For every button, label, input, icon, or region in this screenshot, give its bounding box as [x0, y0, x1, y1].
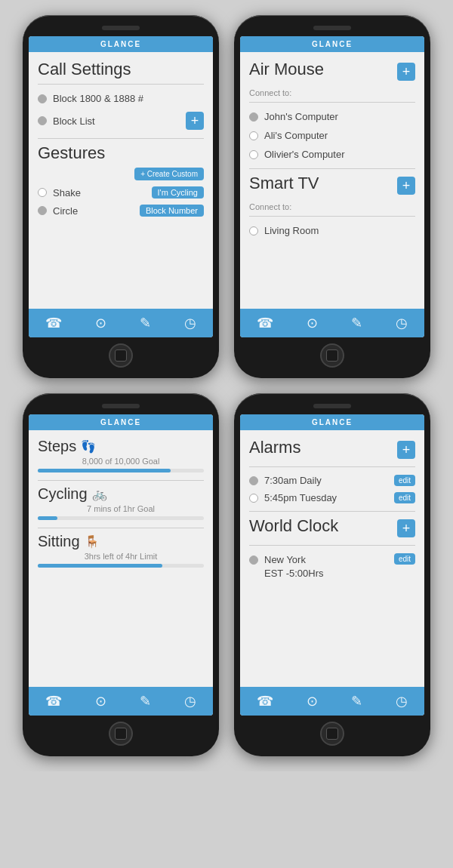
phone-top-3: [29, 404, 213, 408]
block-item-1: Block 1800 & 1888 #: [38, 89, 204, 108]
world-clock-title-row: World Clock +: [249, 516, 415, 540]
air-mouse-connect-label: Connect to:: [249, 88, 415, 97]
nav-clock-2[interactable]: ◷: [396, 315, 408, 331]
air-mouse-add-btn[interactable]: +: [397, 63, 415, 81]
phone-bottom-3: [29, 722, 213, 746]
cycling-title: Cycling: [38, 485, 88, 503]
divider-7: [38, 528, 204, 528]
block-label-1: Block 1800 & 1888 #: [53, 93, 143, 104]
nav-edit-1[interactable]: ✎: [140, 315, 151, 331]
radio-alarm-2: [249, 494, 258, 503]
nav-edit-4[interactable]: ✎: [351, 693, 362, 709]
alarm-left-2: 5:45pm Tuesday: [249, 492, 337, 503]
alarm-label-2: 5:45pm Tuesday: [264, 492, 337, 503]
nav-edit-3[interactable]: ✎: [140, 693, 151, 709]
nav-clock-3[interactable]: ◷: [184, 693, 196, 709]
tv-label-1: Living Room: [264, 225, 319, 236]
alarm-row-2: 5:45pm Tuesday edit: [249, 489, 415, 506]
nav-clock-1[interactable]: ◷: [184, 315, 196, 331]
divider-9: [249, 511, 415, 512]
smart-tv-add-btn[interactable]: +: [397, 177, 415, 195]
alarms-title-row: Alarms +: [249, 438, 415, 462]
home-btn-3[interactable]: [109, 722, 133, 746]
speaker-2: [313, 26, 351, 30]
computer-item-1: John's Computer: [249, 107, 415, 126]
steps-title: Steps: [38, 438, 76, 455]
radio-living-room: [249, 226, 258, 235]
phone-bottom-2: [240, 343, 424, 368]
block-list-add-btn[interactable]: +: [186, 112, 204, 130]
screen-2: GLANCE Air Mouse + Connect to: John's Co…: [240, 36, 424, 337]
content-4: Alarms + 7:30am Daily edit 5:45pm Tuesda…: [240, 430, 424, 687]
nav-phone-2[interactable]: ☎: [257, 315, 273, 331]
phone-air-mouse: GLANCE Air Mouse + Connect to: John's Co…: [234, 15, 430, 378]
speaker-3: [102, 404, 140, 408]
world-clock-edit-btn-1[interactable]: edit: [394, 553, 415, 565]
world-clock-item-1: New York EST -5:00Hrs edit: [249, 550, 415, 583]
nav-mouse-2[interactable]: ⊙: [307, 315, 318, 331]
computer-label-2: Ali's Computer: [264, 130, 328, 141]
world-clock-row-1: New York EST -5:00Hrs edit: [249, 553, 415, 580]
phone-alarms: GLANCE Alarms + 7:30am Daily edit 5:45pm…: [234, 393, 430, 756]
gesture-circle-badge: Block Number: [140, 205, 204, 217]
nav-mouse-3[interactable]: ⊙: [95, 693, 106, 709]
block-item-2: Block List +: [38, 108, 204, 134]
radio-alarm-1: [249, 476, 258, 485]
nav-mouse-4[interactable]: ⊙: [307, 693, 318, 709]
status-bar-2: GLANCE: [240, 36, 424, 52]
steps-title-row: Steps 👣: [38, 438, 204, 455]
nav-phone-3[interactable]: ☎: [45, 693, 62, 709]
sitting-bar-fill: [38, 564, 162, 568]
radio-john: [249, 112, 258, 122]
nav-edit-2[interactable]: ✎: [351, 315, 362, 331]
world-clock-text-1: New York EST -5:00Hrs: [264, 553, 324, 580]
world-clock-left-1: New York EST -5:00Hrs: [249, 553, 324, 580]
home-btn-1[interactable]: [109, 343, 133, 368]
sitting-title: Sitting: [38, 533, 80, 550]
sitting-icon: 🪑: [85, 534, 100, 549]
alarms-title: Alarms: [249, 438, 300, 457]
alarm-label-1: 7:30am Daily: [264, 475, 322, 486]
phone-bottom-1: [29, 343, 213, 368]
radio-block-2: [38, 116, 47, 125]
alarm-edit-btn-2[interactable]: edit: [394, 492, 415, 503]
alarm-edit-btn-1[interactable]: edit: [394, 475, 415, 486]
bottom-nav-2: ☎ ⊙ ✎ ◷: [240, 309, 424, 337]
home-btn-4[interactable]: [320, 722, 344, 746]
cycling-bar-fill: [38, 516, 57, 520]
home-btn-2[interactable]: [320, 343, 344, 368]
nav-mouse-1[interactable]: ⊙: [95, 315, 106, 331]
smart-tv-connect-label: Connect to:: [249, 202, 415, 211]
steps-sub: 8,000 of 10,000 Goal: [38, 457, 204, 466]
alarm-row-1: 7:30am Daily edit: [249, 472, 415, 489]
world-clock-title: World Clock: [249, 516, 338, 536]
divider-10: [249, 545, 415, 546]
phone-activity: GLANCE Steps 👣 8,000 of 10,000 Goal Cycl…: [23, 393, 219, 756]
nav-phone-1[interactable]: ☎: [45, 315, 62, 331]
status-bar-4: GLANCE: [240, 414, 424, 430]
sitting-bar-bg: [38, 564, 204, 568]
steps-icon: 👣: [81, 439, 96, 454]
divider-4: [249, 168, 415, 169]
computer-label-1: John's Computer: [264, 111, 338, 122]
air-mouse-title: Air Mouse: [249, 60, 324, 79]
sitting-title-row: Sitting 🪑: [38, 533, 204, 550]
radio-olivier: [249, 150, 258, 159]
tv-item-1: Living Room: [249, 221, 415, 240]
steps-section: Steps 👣 8,000 of 10,000 Goal: [38, 438, 204, 472]
gesture-shake-badge: I'm Cycling: [152, 186, 204, 199]
world-clock-add-btn[interactable]: +: [397, 519, 415, 537]
divider-8: [249, 466, 415, 467]
screen-1: GLANCE Call Settings Block 1800 & 1888 #…: [29, 36, 213, 337]
speaker-4: [313, 404, 351, 408]
create-custom-btn[interactable]: + Create Custom: [134, 168, 204, 180]
cycling-sub: 7 mins of 1hr Goal: [38, 504, 204, 513]
nav-phone-4[interactable]: ☎: [257, 693, 273, 709]
alarms-add-btn[interactable]: +: [397, 441, 415, 459]
gesture-left-1: Shake: [38, 187, 81, 199]
gesture-row-2: Circle Block Number: [38, 202, 204, 220]
computer-item-2: Ali's Computer: [249, 126, 415, 145]
bottom-nav-1: ☎ ⊙ ✎ ◷: [29, 309, 213, 337]
screen-3: GLANCE Steps 👣 8,000 of 10,000 Goal Cycl…: [29, 414, 213, 716]
nav-clock-4[interactable]: ◷: [396, 693, 408, 709]
